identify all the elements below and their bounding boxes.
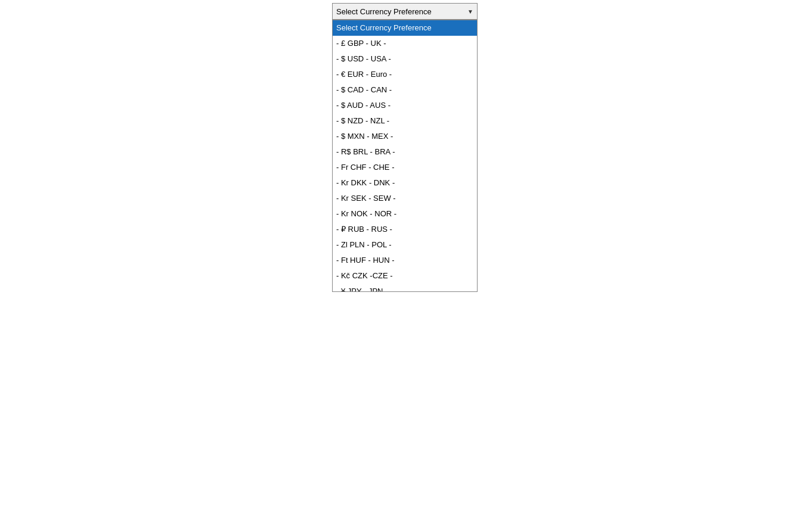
dropdown-item-mxn[interactable]: - $ MXN - MEX - xyxy=(333,129,477,144)
dropdown-item-placeholder[interactable]: Select Currency Preference xyxy=(333,20,477,36)
dropdown-item-nzd[interactable]: - $ NZD - NZL - xyxy=(333,113,477,129)
dropdown-item-jpy[interactable]: - ¥ JPY - JPN - xyxy=(333,284,477,291)
dropdown-list[interactable]: Select Currency Preference- £ GBP - UK -… xyxy=(333,20,477,291)
dropdown-item-eur[interactable]: - € EUR - Euro - xyxy=(333,67,477,82)
dropdown-item-cad[interactable]: - $ CAD - CAN - xyxy=(333,82,477,98)
dropdown-item-huf[interactable]: - Ft HUF - HUN - xyxy=(333,253,477,268)
dropdown-item-usd[interactable]: - $ USD - USA - xyxy=(333,51,477,67)
dropdown-item-nok[interactable]: - Kr NOK - NOR - xyxy=(333,206,477,222)
dropdown-item-sek[interactable]: - Kr SEK - SEW - xyxy=(333,191,477,206)
dropdown-item-czk[interactable]: - Kč CZK -CZE - xyxy=(333,268,477,284)
dropdown-item-chf[interactable]: - Fr CHF - CHE - xyxy=(333,160,477,175)
dropdown-item-brl[interactable]: - R$ BRL - BRA - xyxy=(333,144,477,160)
dropdown-item-gbp[interactable]: - £ GBP - UK - xyxy=(333,36,477,51)
dropdown-item-dkk[interactable]: - Kr DKK - DNK - xyxy=(333,175,477,191)
page-container: Select Currency Preference ▼ Select Curr… xyxy=(0,0,812,522)
dropdown-item-pln[interactable]: - Zl PLN - POL - xyxy=(333,237,477,253)
dropdown-arrow-icon: ▼ xyxy=(467,8,473,15)
dropdown-item-aud[interactable]: - $ AUD - AUS - xyxy=(333,98,477,113)
currency-dropdown-wrapper: Select Currency Preference ▼ Select Curr… xyxy=(332,3,478,20)
select-button-label: Select Currency Preference xyxy=(336,7,432,16)
dropdown-list-container: Select Currency Preference- £ GBP - UK -… xyxy=(332,20,478,292)
currency-select-button[interactable]: Select Currency Preference ▼ xyxy=(332,3,478,20)
dropdown-item-rub[interactable]: - ₽ RUB - RUS - xyxy=(333,222,477,237)
